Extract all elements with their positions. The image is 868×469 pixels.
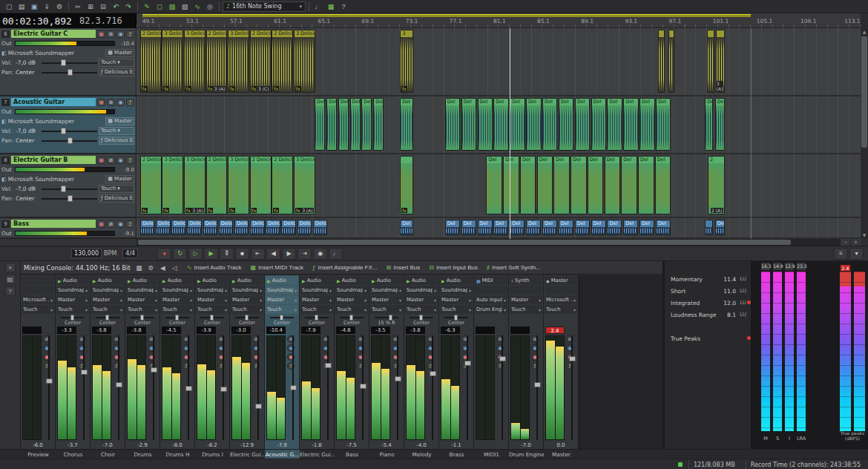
clip-fx-badge[interactable]: fx [295,86,301,91]
arrange-area[interactable]: 2 Deliciofx3 Deliciofx3 Deliciofx2 Delic… [137,28,861,239]
mixer-channel-strip[interactable]: ▶AudioSoundmapper▾Master▾Touch▾Center-3.… [404,275,438,449]
channel-name[interactable]: MIDI1 [474,450,509,459]
fader-handle[interactable] [151,367,157,373]
envelope-tool-icon[interactable]: ∿ [191,1,203,12]
strip-type-row[interactable]: ▶Audio [405,276,438,285]
mixer-channel-strip[interactable]: Microsoft ...▾Touch▾⊘◉●ƒ-6.0 [21,275,55,449]
metronome-toggle-button[interactable]: ♩ [329,248,343,260]
track-name[interactable]: Electric Guitar C [11,30,96,38]
clip-fx-badge[interactable]: fx [208,86,214,91]
clip-fx-badge[interactable]: fx [251,86,257,91]
audio-clip[interactable]: Del [715,98,726,151]
strip-selector-row[interactable]: Touch▾ [91,305,124,314]
play-button[interactable]: ▶ [204,248,218,260]
audio-clip[interactable]: Del [575,220,590,235]
audio-clip[interactable]: Delicious [281,220,296,235]
automation-mode-button[interactable]: Touch ▾ [99,185,134,193]
undo-icon[interactable]: ↶ [110,1,122,12]
channel-name[interactable]: Bass [335,450,369,459]
audio-clip[interactable]: Delicious [297,220,312,235]
audio-clip[interactable]: Del [591,98,606,151]
close-panel-button[interactable]: × [5,263,16,272]
audio-clip[interactable]: Del [571,156,586,214]
vol-value[interactable]: -7,0 dB [16,128,40,134]
audio-clip[interactable]: Del [361,98,372,151]
strip-fader[interactable] [569,335,576,440]
strip-selector-row[interactable]: Soundmapper▾ [91,286,124,295]
strip-type-row[interactable]: ▶Audio [370,276,403,285]
scroll-down-icon[interactable]: ▼ [861,232,868,239]
audio-clip[interactable]: 3 Deliciofx [228,156,249,214]
track-bus-button[interactable]: ▦ Master [105,49,134,57]
track-fx-icon[interactable]: ƒ [126,220,134,228]
fader-handle[interactable] [255,404,262,409]
channel-name[interactable]: Acoustic G... [265,450,300,459]
vol-value[interactable]: -7,0 dB [16,186,40,192]
audio-clip[interactable]: 2 Deliciofx3 (A) [206,30,228,93]
loop-region-bar[interactable] [142,14,751,17]
strip-type-row[interactable]: ▶Audio [161,276,194,285]
track-header[interactable]: 6Electric Guitar C●⊘◉ƒOut-10.4◧Microsoft… [0,28,136,96]
volume-thumb[interactable] [61,128,66,134]
audio-clip[interactable]: 3 Deliciofx [162,30,183,93]
strip-selector-row[interactable]: Microsoft ...▾ [22,295,54,304]
strip-selector-row[interactable]: Master▾ [266,295,298,304]
strip-selector-row[interactable]: Master▾ [196,295,228,304]
audio-clip[interactable]: Del [400,220,413,235]
audio-clip[interactable]: 22 (A) [708,156,724,214]
mute-icon[interactable]: ⊘ [107,30,115,38]
fader-handle[interactable] [499,356,506,361]
audio-clip[interactable]: 2 Deliciofx [206,156,228,214]
channel-name[interactable]: Melody [404,450,439,459]
clip-fx-badge[interactable]: fx [142,208,148,213]
fader-handle[interactable] [360,384,366,389]
strip-fader[interactable] [46,335,53,440]
clip-fx-badge[interactable]: fx [229,208,235,213]
audio-clip[interactable]: Delicious [187,220,202,235]
volume-slider[interactable] [42,185,97,193]
audio-clip[interactable]: Del [486,156,502,214]
audio-clip[interactable]: Del [605,156,620,214]
insert-audio-track-button[interactable]: ∿Insert Audio Track [183,262,246,273]
strip-selector-row[interactable]: Microsoft ...▾ [545,295,577,304]
pan-thumb[interactable] [68,69,73,76]
help-icon[interactable]: ? [338,1,349,12]
mixer-channel-strip[interactable]: ▶AudioSoundmapper▾Master▾Touch▾15 % R-3.… [369,275,404,449]
audio-clip[interactable]: Del [623,220,638,235]
insert-soft-synth-button[interactable]: ♯Insert Soft Synth... [483,262,545,273]
open-project-icon[interactable]: ▤ [16,1,27,12]
fader-handle[interactable] [430,371,436,376]
vertical-scrollbar[interactable]: ▲ ▼ [861,28,868,239]
audio-clip[interactable]: 2 Deliciofx [250,156,272,214]
selection-tool-icon[interactable]: ◻ [154,1,165,12]
audio-clip[interactable]: 3 Deliciofx [184,30,206,93]
zoom-tool-icon[interactable]: ◎ [204,1,216,12]
fader-handle[interactable] [290,385,297,390]
audio-clip[interactable]: 2 Deliciofx [272,156,293,214]
strip-selector-row[interactable]: Master▾ [405,295,438,304]
strip-pan-control[interactable]: Center [231,315,263,326]
audio-clip[interactable] [707,30,714,93]
new-file-icon[interactable]: ▢ [3,1,15,12]
clip-fx-badge[interactable]: fx [229,86,235,91]
loop-playback-button[interactable]: ↻ [173,248,187,260]
strip-selector-row[interactable]: Drum Engine▾ [475,305,507,314]
mute-icon[interactable]: ⊘ [107,99,115,106]
vertical-scroll-thumb[interactable] [861,36,867,148]
input-monitor-icon[interactable]: ▦ [325,1,337,12]
solo-icon[interactable]: ◉ [116,220,125,228]
strip-selector-row[interactable]: Master▾ [335,295,368,304]
clip-fx-badge[interactable]: fx [185,208,191,213]
audio-clip[interactable]: Del [640,220,654,235]
audio-clip[interactable]: De [705,98,713,151]
strip-type-row[interactable]: ▶Audio [300,276,333,285]
strip-fader[interactable] [499,335,506,440]
strip-selector-row[interactable]: Touch▾ [126,305,159,314]
fader-handle[interactable] [569,356,576,361]
channel-name[interactable]: Drums [125,450,160,459]
zoom-in-button[interactable]: + [851,239,861,246]
copy-icon[interactable]: ⊞ [85,1,96,12]
audio-clip[interactable]: Del [542,220,557,235]
strip-type-row[interactable]: ▶Audio [335,276,368,285]
strip-selector-row[interactable]: Soundmapper▾ [335,286,368,295]
